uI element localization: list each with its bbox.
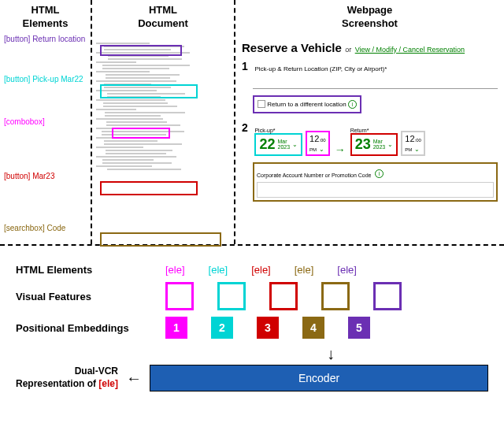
visual-features-label: Visual Features (16, 291, 165, 302)
info-icon[interactable]: i (348, 100, 357, 109)
return-ampm: PM (405, 147, 412, 152)
encoder-box: Encoder (150, 365, 488, 391)
pickup-mins: :00 (319, 138, 325, 143)
form-row-1: 1 Pick-up & Return Location (ZIP, City o… (242, 60, 498, 117)
positional-label: Positional Embeddings (16, 322, 165, 334)
row-visual-features: Visual Features (16, 282, 488, 310)
ele-teal: [ele] (209, 264, 228, 276)
chevron-down-icon: ⌄ (319, 146, 324, 153)
return-diff-label: Return to a different location (267, 100, 346, 107)
return-month: Mar (373, 139, 386, 144)
down-arrow-icon: ↓ (16, 345, 488, 363)
col-webpage: Webpage Screenshot Reserve a Vehicle or … (235, 0, 504, 244)
pickup-month: Mar (277, 139, 290, 144)
code-box-purple (100, 45, 182, 56)
element-purple: [button] Return location (2, 33, 87, 45)
html-preview (92, 35, 234, 252)
reserve-title: Reserve a Vehicle (242, 41, 342, 54)
step-1: 1 (242, 60, 251, 72)
pickup-return-label: Pick-up & Return Location (ZIP, City or … (254, 65, 387, 72)
col-html-elements: HTML Elements [button] Return location [… (0, 0, 92, 244)
pos-4: 4 (302, 317, 324, 339)
step-2: 2 (242, 121, 251, 134)
row-html-elements: HTML Elements [ele] [ele] [ele] [ele] [e… (16, 264, 488, 276)
col-html-document: HTML Document (92, 0, 235, 244)
corp-label: Corporate Account Number or Promotion Co… (257, 173, 372, 178)
reserve-link[interactable]: View / Modify / Cancel Reservation (355, 46, 465, 54)
return-year: 2023 (373, 144, 386, 150)
chevron-down-icon: ⌄ (414, 146, 420, 153)
col3-header: Webpage Screenshot (235, 0, 504, 35)
chevron-down-icon: ⌄ (387, 141, 393, 148)
return-time-box[interactable]: 12:00PM ⌄ (401, 131, 425, 156)
ele-red: [ele] (251, 264, 271, 276)
pos-1: 1 (165, 317, 187, 339)
pickup-ampm: PM (309, 147, 317, 152)
encoder-row: Dual-VCR Representation of [ele] ← Encod… (16, 365, 488, 391)
code-box-teal (100, 84, 198, 98)
code-box-magenta (112, 128, 170, 139)
pickup-day: 22 (259, 136, 275, 153)
top-section: HTML Elements [button] Return location [… (0, 0, 504, 246)
code-box-brown (100, 232, 221, 247)
return-date-box[interactable]: 23 Mar 2023 ⌄ (350, 133, 398, 156)
corp-input[interactable] (257, 182, 494, 198)
ele-brown: [ele] (295, 264, 314, 276)
vis-brown (321, 282, 350, 310)
chevron-down-icon: ⌄ (292, 141, 298, 148)
webpage-preview: Reserve a Vehicle or View / Modify / Can… (235, 35, 504, 208)
col2-header: HTML Document (92, 0, 234, 35)
return-day: 23 (355, 136, 371, 153)
vis-teal (217, 282, 246, 310)
element-magenta: [combobox] (2, 116, 47, 128)
pickup-time: 12 (309, 134, 319, 143)
pickup-time-box[interactable]: 12:00PM ⌄ (306, 131, 330, 156)
return-location-box[interactable]: Return to a different location i (253, 95, 361, 113)
location-input[interactable] (253, 76, 498, 89)
pickup-year: 2023 (277, 144, 290, 150)
vis-red (269, 282, 298, 310)
bottom-section: HTML Elements [ele] [ele] [ele] [ele] [e… (0, 246, 504, 403)
form-row-2: 2 Pick-up* 22 Mar 2023 ⌄ (242, 121, 498, 156)
return-time: 12 (405, 134, 414, 143)
pos-2: 2 (211, 317, 233, 339)
output-label: Dual-VCR Representation of [ele] (16, 365, 118, 390)
code-box-red (100, 181, 198, 195)
return-mins: :00 (415, 138, 421, 143)
corp-code-box: Corporate Account Number or Promotion Co… (253, 162, 498, 202)
return-checkbox[interactable] (258, 100, 265, 108)
element-brown: [searchbox] Code (2, 222, 68, 234)
element-red: [button] Mar23 (2, 170, 57, 182)
return-label: Return* (350, 128, 398, 133)
ele-magenta: [ele] (165, 264, 185, 276)
pickup-label: Pick-up* (254, 128, 302, 133)
info-icon[interactable]: i (375, 169, 384, 178)
reserve-or: or (345, 46, 351, 54)
pickup-date-box[interactable]: 22 Mar 2023 ⌄ (254, 133, 302, 156)
arrow-icon: → (333, 143, 347, 156)
col1-header: HTML Elements (0, 0, 91, 35)
vis-purple (373, 282, 402, 310)
element-teal: [button] Pick-up Mar22 (2, 73, 86, 85)
left-arrow-icon: ← (126, 369, 142, 388)
ele-purple: [ele] (337, 264, 357, 276)
pos-5: 5 (348, 317, 370, 339)
html-elements-label: HTML Elements (16, 264, 165, 276)
vis-magenta (165, 282, 194, 310)
pos-3: 3 (257, 317, 279, 339)
row-positional: Positional Embeddings 1 2 3 4 5 (16, 317, 488, 339)
